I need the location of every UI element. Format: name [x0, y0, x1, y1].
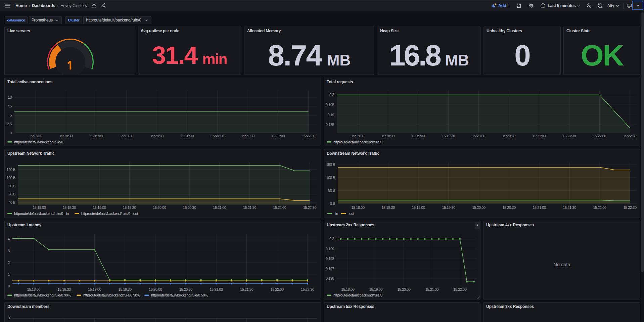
svg-text:5: 5 — [10, 113, 12, 117]
svg-text:4: 4 — [8, 237, 10, 241]
svg-text:150 B: 150 B — [326, 163, 335, 167]
svg-text:httproute/default/backend/rule: httproute/default/backend/rule/0 - out — [81, 212, 138, 216]
svg-text:15:22:30: 15:22:30 — [302, 134, 315, 138]
svg-text:15:20:30: 15:20:30 — [502, 205, 516, 210]
svg-text:15:21:00: 15:21:00 — [533, 134, 546, 138]
svg-text:2: 2 — [8, 261, 10, 265]
svg-text:15:18:30: 15:18:30 — [381, 134, 395, 138]
svg-text:httproute/default/backend/rule: httproute/default/backend/rule/0 90% — [83, 293, 140, 297]
svg-text:120 B: 120 B — [7, 168, 16, 172]
svg-text:15:19:00: 15:19:00 — [93, 205, 106, 210]
svg-text:15:20:00: 15:20:00 — [153, 205, 166, 210]
svg-text:7.5: 7.5 — [7, 104, 12, 108]
svg-text:15:20:30: 15:20:30 — [502, 134, 516, 138]
svg-text:15:22:00: 15:22:00 — [593, 134, 606, 138]
svg-text:15:20:30: 15:20:30 — [181, 134, 194, 138]
svg-text:httproute/default/backend/rule: httproute/default/backend/rule/0 99% — [14, 293, 71, 297]
svg-text:0 B: 0 B — [330, 201, 335, 205]
svg-text:15:21:00: 15:21:00 — [533, 205, 546, 210]
svg-text:0.19: 0.19 — [327, 113, 334, 117]
svg-text:2.5: 2.5 — [7, 122, 12, 126]
svg-text:httproute/default/backend/rule: httproute/default/backend/rule/0 50% — [151, 293, 208, 297]
svg-text:15:18:00: 15:18:00 — [351, 205, 365, 210]
svg-text:15:20:00: 15:20:00 — [397, 287, 411, 291]
svg-text:2: 2 — [8, 315, 10, 319]
svg-text:15:21:30: 15:21:30 — [241, 134, 255, 138]
svg-text:15:19:30: 15:19:30 — [442, 205, 455, 210]
svg-text:15:19:30: 15:19:30 — [123, 205, 136, 210]
svg-text:15:21:00: 15:21:00 — [425, 287, 439, 291]
svg-text:0.196: 0.196 — [326, 276, 334, 280]
svg-text:40 B: 40 B — [8, 200, 15, 204]
svg-text:0.185: 0.185 — [326, 123, 334, 127]
svg-text:0.2: 0.2 — [329, 237, 334, 241]
svg-text:1: 1 — [8, 272, 10, 276]
svg-text:15:22:30: 15:22:30 — [623, 134, 637, 138]
svg-text:15:19:00: 15:19:00 — [88, 287, 101, 291]
svg-text:15:21:00: 15:21:00 — [213, 205, 226, 210]
svg-text:15:22:00: 15:22:00 — [272, 134, 285, 138]
svg-text:15:20:30: 15:20:30 — [179, 287, 193, 291]
svg-text:15:19:30: 15:19:30 — [442, 134, 455, 138]
svg-text:15:19:30: 15:19:30 — [118, 287, 132, 291]
svg-text:15:22:00: 15:22:00 — [270, 287, 284, 291]
svg-text:httproute/default/backend/rule: httproute/default/backend/rule/0 — [333, 293, 382, 297]
svg-text:0.198: 0.198 — [326, 257, 334, 261]
svg-text:15:21:30: 15:21:30 — [563, 205, 576, 210]
svg-text:15:21:00: 15:21:00 — [210, 287, 223, 291]
svg-text:0: 0 — [10, 131, 12, 135]
svg-text:15:18:30: 15:18:30 — [63, 205, 76, 210]
svg-text:15:19:00: 15:19:00 — [369, 287, 383, 291]
svg-text:15:18:00: 15:18:00 — [29, 134, 42, 138]
svg-text:0.2: 0.2 — [329, 93, 334, 97]
svg-text:0.195: 0.195 — [326, 103, 334, 107]
svg-text:50 B: 50 B — [328, 188, 335, 192]
svg-text:15:22:30: 15:22:30 — [623, 205, 637, 210]
svg-text:15:20:00: 15:20:00 — [472, 205, 486, 210]
svg-text:3: 3 — [8, 249, 10, 253]
svg-text:15:20:00: 15:20:00 — [150, 134, 164, 138]
svg-text:0: 0 — [8, 284, 10, 288]
svg-text:15:18:30: 15:18:30 — [57, 287, 71, 291]
svg-text:80 B: 80 B — [8, 184, 15, 188]
svg-text:15:18:00: 15:18:00 — [341, 287, 355, 291]
svg-text:- out: - out — [347, 212, 354, 216]
svg-text:15:19:00: 15:19:00 — [412, 134, 425, 138]
svg-text:15:20:00: 15:20:00 — [149, 287, 162, 291]
svg-text:0.197: 0.197 — [326, 267, 334, 271]
svg-text:15:22:00: 15:22:00 — [593, 205, 606, 210]
svg-text:15:18:30: 15:18:30 — [59, 134, 73, 138]
svg-text:15:21:30: 15:21:30 — [240, 287, 254, 291]
svg-text:15:19:00: 15:19:00 — [90, 134, 103, 138]
svg-text:15:20:30: 15:20:30 — [183, 205, 196, 210]
svg-text:- in: - in — [333, 212, 338, 216]
svg-text:15:19:00: 15:19:00 — [412, 205, 425, 210]
svg-text:15:18:00: 15:18:00 — [351, 134, 365, 138]
svg-text:0.199: 0.199 — [326, 247, 334, 251]
svg-text:15:22:00: 15:22:00 — [453, 287, 467, 291]
svg-text:15:22:30: 15:22:30 — [301, 287, 314, 291]
svg-text:15:21:30: 15:21:30 — [563, 134, 576, 138]
svg-text:15:20:00: 15:20:00 — [472, 134, 486, 138]
svg-text:15:18:30: 15:18:30 — [381, 205, 395, 210]
svg-text:15:22:30: 15:22:30 — [303, 205, 317, 210]
svg-text:httproute/default/backend/rule: httproute/default/backend/rule/0 — [333, 140, 382, 144]
svg-text:15:19:30: 15:19:30 — [120, 134, 133, 138]
svg-text:httproute/default/backend/rule: httproute/default/backend/rule/0 — [14, 140, 63, 144]
svg-text:15:18:00: 15:18:00 — [33, 205, 46, 210]
svg-text:60 B: 60 B — [8, 192, 15, 196]
svg-text:15:18:00: 15:18:00 — [27, 287, 41, 291]
svg-text:10: 10 — [8, 95, 12, 99]
svg-text:100 B: 100 B — [326, 176, 335, 180]
svg-text:15:22:00: 15:22:00 — [273, 205, 286, 210]
svg-text:15:21:30: 15:21:30 — [243, 205, 257, 210]
svg-text:100 B: 100 B — [7, 176, 16, 180]
svg-text:httproute/default/backend/rule: httproute/default/backend/rule/0 - in — [14, 212, 69, 216]
svg-text:15:21:00: 15:21:00 — [211, 134, 224, 138]
